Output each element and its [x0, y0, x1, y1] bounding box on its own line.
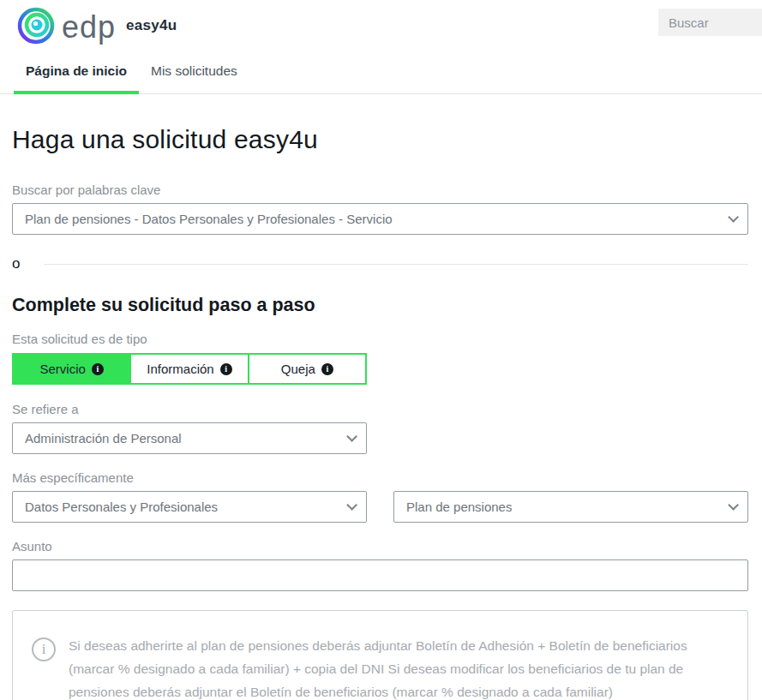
tab-bar: Página de inicio Mis solicitudes	[0, 51, 762, 94]
chevron-down-icon	[728, 212, 739, 223]
more-specific-label: Más específicamente	[12, 470, 748, 485]
type-button-servicio[interactable]: Servicio i	[12, 353, 131, 385]
type-button-label: Servicio	[39, 362, 85, 376]
more-specific-select-subcategory[interactable]: Plan de pensiones	[393, 491, 748, 523]
info-note-text: Si deseas adherirte al plan de pensiones…	[69, 634, 727, 700]
info-circle-icon: i	[32, 637, 56, 661]
tab-pagina-de-inicio[interactable]: Página de inicio	[14, 63, 139, 94]
info-icon[interactable]: i	[321, 363, 333, 375]
info-icon[interactable]: i	[220, 363, 232, 375]
more-specific-subcategory-value: Plan de pensiones	[406, 500, 512, 514]
info-note-box: i Si deseas adherirte al plan de pension…	[12, 610, 748, 700]
edp-wordmark: edp	[62, 12, 116, 43]
page-title: Haga una solicitud easy4u	[12, 125, 748, 154]
refers-to-value: Administración de Personal	[25, 431, 182, 446]
tab-label: Página de inicio	[26, 63, 127, 78]
or-text: o	[12, 255, 20, 272]
keyword-search-value: Plan de pensiones - Datos Personales y P…	[25, 212, 393, 226]
subject-input[interactable]	[12, 559, 748, 591]
keyword-search-select[interactable]: Plan de pensiones - Datos Personales y P…	[12, 203, 748, 235]
chevron-down-icon	[346, 431, 357, 442]
refers-to-label: Se refiere a	[12, 402, 748, 416]
type-button-queja[interactable]: Queja i	[248, 353, 367, 385]
tab-label: Mis solicitudes	[151, 63, 237, 78]
app-name: easy4u	[126, 17, 177, 34]
type-button-label: Queja	[281, 362, 315, 376]
search-input[interactable]	[658, 9, 762, 36]
keyword-search-label: Buscar por palabras clave	[12, 182, 748, 197]
subject-label: Asunto	[12, 539, 748, 553]
request-type-label: Esta solicitud es de tipo	[12, 332, 748, 346]
divider-line	[44, 264, 748, 265]
type-button-informacion[interactable]: Información i	[129, 353, 249, 385]
section-title: Complete su solicitud paso a paso	[12, 295, 748, 316]
tab-mis-solicitudes[interactable]: Mis solicitudes	[139, 63, 249, 94]
chevron-down-icon	[346, 500, 357, 511]
more-specific-select-category[interactable]: Datos Personales y Profesionales	[12, 491, 367, 523]
type-button-label: Información	[147, 362, 213, 376]
refers-to-select[interactable]: Administración de Personal	[12, 422, 367, 454]
edp-swirl-icon	[14, 4, 58, 47]
app-header: edp easy4u	[0, 0, 762, 51]
request-type-group: Servicio i Información i Queja i	[12, 353, 367, 385]
edp-logo[interactable]: edp	[14, 4, 116, 47]
more-specific-row: Datos Personales y Profesionales Plan de…	[12, 485, 748, 523]
info-icon[interactable]: i	[92, 363, 104, 375]
or-divider: o	[12, 255, 748, 272]
chevron-down-icon	[728, 500, 739, 511]
more-specific-category-value: Datos Personales y Profesionales	[25, 500, 218, 514]
main-content: Haga una solicitud easy4u Buscar por pal…	[0, 125, 762, 700]
